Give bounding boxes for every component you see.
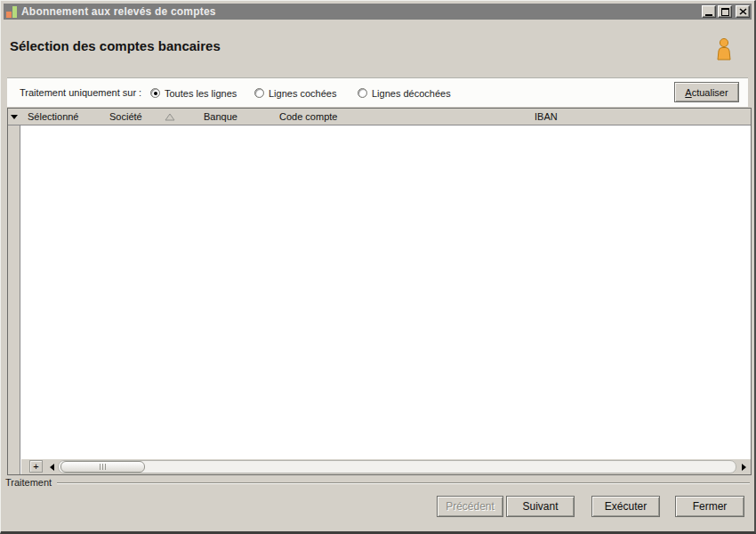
- close-dialog-button[interactable]: Fermer: [675, 496, 744, 517]
- close-button[interactable]: [736, 5, 750, 18]
- filter-label: Traitement uniquement sur :: [20, 78, 141, 108]
- column-header-banque[interactable]: Banque: [204, 109, 237, 125]
- column-header-selectionne[interactable]: Sélectionné: [28, 109, 79, 125]
- execute-button[interactable]: Exécuter: [591, 496, 660, 517]
- add-row-button[interactable]: +: [29, 460, 43, 473]
- scroll-left-button[interactable]: [46, 461, 57, 473]
- group-divider: [57, 482, 750, 484]
- arrow-left-icon: [50, 464, 54, 471]
- maximize-button[interactable]: [718, 5, 732, 18]
- dialog-window: Abonnement aux relevés de comptes Sélect…: [0, 0, 756, 534]
- scrollbar-track[interactable]: [58, 460, 736, 473]
- radio-unchecked-lines[interactable]: Lignes décochées: [358, 78, 451, 108]
- titlebar[interactable]: Abonnement aux relevés de comptes: [4, 4, 752, 20]
- radio-label: Lignes cochées: [269, 88, 336, 99]
- previous-button[interactable]: Précédent: [437, 496, 503, 517]
- radio-label: Toutes les lignes: [165, 88, 237, 99]
- minimize-button[interactable]: [702, 5, 716, 18]
- radio-icon: [150, 88, 160, 98]
- window-title: Abonnement aux relevés de comptes: [21, 5, 216, 18]
- radio-checked-lines[interactable]: Lignes cochées: [254, 78, 336, 108]
- column-header-iban[interactable]: IBAN: [535, 109, 558, 125]
- radio-label: Lignes décochées: [372, 88, 451, 99]
- maximize-icon: [721, 8, 729, 16]
- scrollbar-thumb[interactable]: [60, 461, 145, 473]
- grid-body-empty: [21, 125, 751, 459]
- person-icon: [714, 37, 734, 61]
- sort-asc-icon: [164, 112, 176, 122]
- close-icon: [739, 8, 747, 15]
- page-title: Sélection des comptes bancaires: [10, 38, 221, 53]
- treatment-group-label: Traitement: [5, 477, 52, 488]
- column-header-societe[interactable]: Société: [109, 109, 142, 125]
- bar-chart-icon: [6, 6, 18, 18]
- chevron-down-icon: [11, 115, 18, 119]
- arrow-right-icon: [742, 464, 746, 471]
- radio-icon: [254, 88, 264, 98]
- column-header-code-compte[interactable]: Code compte: [279, 109, 337, 125]
- minimize-icon: [705, 14, 712, 16]
- radio-all-lines[interactable]: Toutes les lignes: [150, 78, 237, 108]
- next-button[interactable]: Suivant: [506, 496, 575, 517]
- horizontal-scrollbar: +: [21, 459, 751, 474]
- refresh-button[interactable]: Actualiser: [674, 82, 739, 102]
- toolbar: Traitement uniquement sur : Toutes les l…: [7, 77, 748, 107]
- radio-icon: [358, 88, 367, 98]
- grid-header: Sélectionné Société Banque Code compte I…: [8, 109, 751, 125]
- accounts-grid: Sélectionné Société Banque Code compte I…: [7, 108, 752, 475]
- grid-menu-cell[interactable]: [8, 109, 20, 125]
- row-selector-gutter: [8, 109, 20, 474]
- scroll-right-button[interactable]: [738, 461, 749, 473]
